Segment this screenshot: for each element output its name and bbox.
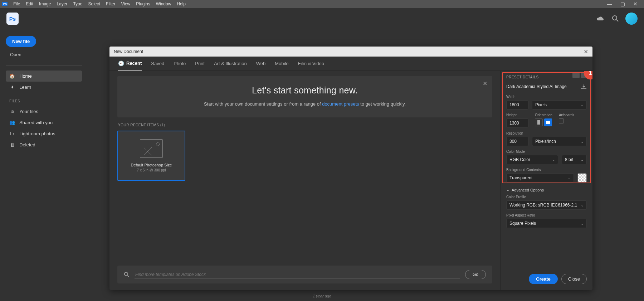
sidebar-item-deleted[interactable]: 🗑 Deleted [6, 139, 82, 150]
recent-items-label: YOUR RECENT ITEMS (1) [118, 123, 492, 127]
tab-photo[interactable]: Photo [174, 57, 186, 71]
sidebar-item-label: Home [19, 73, 32, 79]
sidebar-item-lightroom[interactable]: Lr Lightroom photos [6, 128, 82, 139]
menu-window[interactable]: Window [153, 0, 174, 8]
sidebar-item-label: Your files [19, 109, 38, 114]
pixel-aspect-label: Pixel Aspect Ratio [506, 213, 587, 217]
menu-view[interactable]: View [118, 0, 133, 8]
people-icon: 👥 [9, 120, 15, 125]
sidebar-item-label: Shared with you [19, 120, 53, 125]
tab-film[interactable]: Film & Video [298, 57, 324, 71]
preset-details-panel: 1 PRESET DETAILS Width Pixels⌄ Height [500, 71, 592, 290]
resolution-unit-select[interactable]: Pixels/Inch⌄ [532, 137, 587, 146]
height-label: Height [506, 113, 528, 117]
sidebar-item-label: Lightroom photos [19, 131, 55, 136]
menu-file[interactable]: File [10, 0, 23, 8]
advanced-options-toggle[interactable]: ⌄ Advanced Options [506, 188, 587, 192]
new-file-button[interactable]: New file [6, 36, 36, 47]
bit-depth-select[interactable]: 8 bit⌄ [562, 155, 587, 164]
template-search-input[interactable] [135, 271, 460, 279]
orientation-landscape-button[interactable] [544, 118, 552, 126]
bg-contents-select[interactable]: Transparent⌄ [506, 173, 574, 183]
learn-icon: ✦ [9, 84, 15, 90]
tab-label: Recent [126, 60, 142, 66]
ps-logo-icon: Ps [6, 13, 19, 25]
home-sidebar: New file Open 🏠 Home ✦ Learn FILES 🗎 You… [0, 29, 88, 157]
chevron-down-icon: ⌄ [581, 158, 584, 162]
resolution-input[interactable] [506, 137, 528, 146]
dialog-title: New Document [114, 49, 143, 54]
dialog-titlebar: New Document ✕ [109, 47, 592, 57]
timestamp-label: 1 year ago [313, 294, 331, 298]
dialog-content: ✕ Let's start something new. Start with … [109, 71, 500, 290]
chevron-down-icon: ⌄ [581, 222, 584, 225]
menu-help[interactable]: Help [174, 0, 189, 8]
window-maximize-icon[interactable]: ▢ [616, 1, 629, 7]
menu-type[interactable]: Type [70, 0, 85, 8]
width-unit-select[interactable]: Pixels⌄ [532, 100, 587, 110]
svg-line-3 [127, 275, 129, 277]
template-search-row: Go [117, 266, 492, 283]
sidebar-item-shared[interactable]: 👥 Shared with you [6, 117, 82, 128]
sidebar-item-label: Learn [19, 84, 31, 90]
artboards-label: Artboards [559, 113, 574, 117]
orientation-portrait-button[interactable] [535, 118, 543, 126]
tab-recent[interactable]: 🕘Recent [118, 57, 142, 71]
window-minimize-icon[interactable]: — [603, 1, 616, 7]
clock-icon: 🕘 [118, 60, 124, 66]
sidebar-item-learn[interactable]: ✦ Learn [6, 82, 82, 93]
banner-close-icon[interactable]: ✕ [483, 80, 487, 87]
dialog-close-icon[interactable]: ✕ [584, 48, 588, 55]
preset-name-input[interactable] [506, 83, 578, 91]
ps-badge: Ps [2, 2, 8, 6]
search-icon [124, 272, 130, 277]
preset-card-name: Default Photoshop Size [131, 163, 172, 167]
pixel-aspect-select[interactable]: Square Pixels⌄ [506, 219, 587, 228]
menu-layer[interactable]: Layer [54, 0, 70, 8]
chevron-down-icon: ⌄ [568, 176, 571, 180]
go-button[interactable]: Go [465, 270, 486, 279]
open-button[interactable]: Open [6, 49, 26, 60]
menu-select[interactable]: Select [85, 0, 103, 8]
tab-saved[interactable]: Saved [151, 57, 164, 71]
height-input[interactable] [506, 118, 528, 128]
sidebar-item-label: Deleted [19, 142, 35, 147]
close-button[interactable]: Close [561, 274, 587, 284]
intro-banner: ✕ Let's start something new. Start with … [117, 76, 492, 117]
lightroom-icon: Lr [9, 131, 15, 136]
tab-print[interactable]: Print [195, 57, 205, 71]
bg-contents-label: Background Contents [506, 168, 587, 172]
new-document-dialog: New Document ✕ 🕘Recent Saved Photo Print… [109, 47, 592, 290]
user-avatar[interactable] [625, 13, 638, 25]
svg-point-0 [613, 16, 617, 20]
recent-preset-card[interactable]: Default Photoshop Size 7 x 5 in @ 300 pp… [117, 131, 185, 181]
window-close-icon[interactable]: ✕ [629, 1, 642, 7]
save-preset-icon[interactable] [581, 84, 587, 89]
bg-color-swatch[interactable] [577, 173, 587, 183]
sidebar-item-your-files[interactable]: 🗎 Your files [6, 106, 82, 117]
color-profile-select[interactable]: Working RGB: sRGB IEC61966-2.1⌄ [506, 200, 587, 210]
menu-image[interactable]: Image [36, 0, 54, 8]
tab-art[interactable]: Art & Illustration [214, 57, 247, 71]
color-profile-label: Color Profile [506, 195, 587, 199]
tab-mobile[interactable]: Mobile [275, 57, 288, 71]
menu-plugins[interactable]: Plugins [133, 0, 153, 8]
artboards-checkbox[interactable] [559, 118, 564, 123]
width-input[interactable] [506, 100, 528, 110]
banner-heading: Let's start something new. [132, 85, 478, 96]
document-presets-link[interactable]: document presets [322, 101, 359, 107]
preset-panel-title: PRESET DETAILS [506, 75, 587, 79]
trash-icon: 🗑 [9, 142, 15, 147]
sidebar-item-home[interactable]: 🏠 Home [6, 71, 82, 82]
chevron-down-icon: ⌄ [581, 103, 584, 107]
chevron-down-icon: ⌄ [552, 158, 555, 162]
home-icon: 🏠 [9, 73, 15, 79]
menu-edit[interactable]: Edit [23, 0, 36, 8]
tab-web[interactable]: Web [256, 57, 266, 71]
color-mode-select[interactable]: RGB Color⌄ [506, 155, 558, 164]
file-icon: 🗎 [9, 109, 15, 114]
search-icon[interactable] [610, 14, 620, 24]
menu-filter[interactable]: Filter [103, 0, 118, 8]
create-button[interactable]: Create [529, 274, 557, 284]
cloud-icon[interactable] [595, 14, 605, 24]
